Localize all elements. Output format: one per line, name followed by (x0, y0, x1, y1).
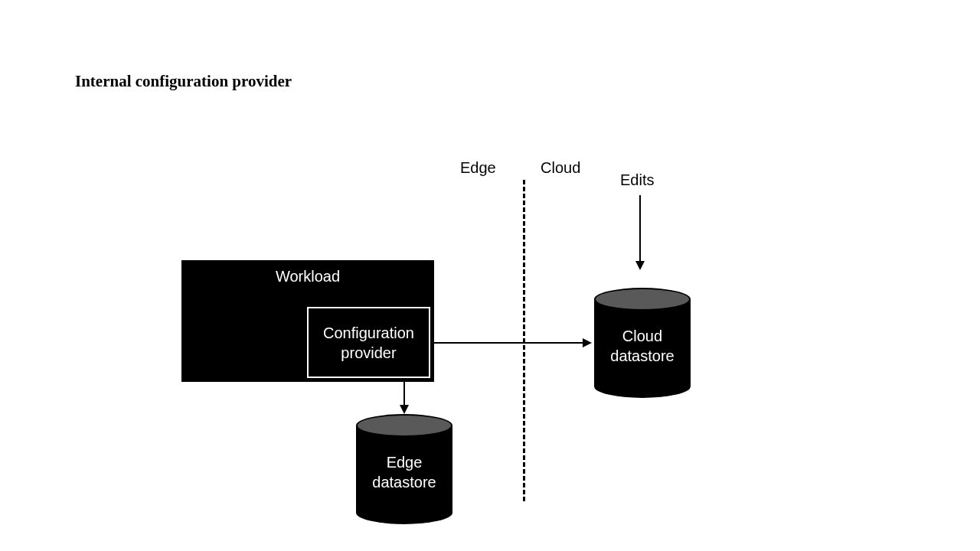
cloud-datastore-cylinder: Clouddatastore (594, 288, 691, 398)
configuration-provider-box: Configurationprovider (307, 307, 430, 378)
configuration-provider-label: Configurationprovider (323, 323, 414, 363)
edge-datastore-label: Edgedatastore (356, 452, 452, 492)
cloud-zone-label: Cloud (541, 159, 580, 177)
arrow-edits-to-cloud (635, 195, 651, 272)
edge-datastore-cylinder: Edgedatastore (356, 414, 452, 524)
edge-zone-label: Edge (460, 159, 496, 177)
arrow-config-to-cloud (434, 337, 595, 352)
svg-marker-1 (635, 261, 645, 270)
cloud-datastore-label: Clouddatastore (594, 326, 691, 366)
edits-label: Edits (620, 171, 654, 189)
svg-marker-5 (400, 405, 409, 414)
svg-marker-3 (583, 338, 592, 347)
arrow-config-to-edge (398, 382, 413, 416)
workload-label: Workload (181, 268, 434, 285)
diagram-title: Internal configuration provider (75, 72, 292, 91)
